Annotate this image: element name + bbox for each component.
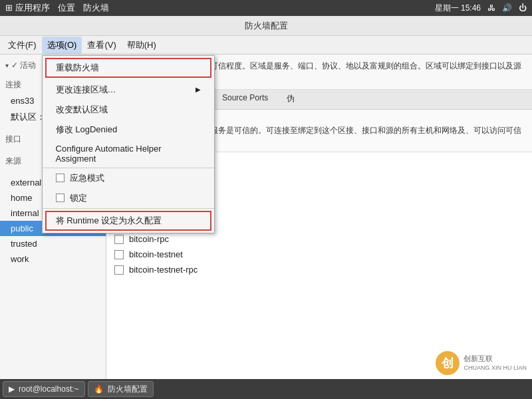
app-window: 防火墙配置 文件(F) 选项(O) 重载防火墙 更改连接区域… ▶ 改变默认区域… xyxy=(0,16,532,399)
menu-options[interactable]: 选项(O) 重载防火墙 更改连接区域… ▶ 改变默认区域 修改 LogDenie… xyxy=(42,37,82,54)
watermark-text: 创新互联 CHUANG XIN HU LIAN xyxy=(464,354,527,372)
service-checkbox[interactable] xyxy=(114,250,124,259)
menu-panic-mode[interactable]: 应急模式 xyxy=(43,168,214,188)
menu-reload-firewall[interactable]: 重载防火墙 xyxy=(45,58,211,78)
submenu-arrow: ▶ xyxy=(196,86,201,93)
menu-change-zone[interactable]: 更改连接区域… ▶ xyxy=(43,80,214,100)
tab-source-ports[interactable]: Source Ports xyxy=(213,90,277,109)
watermark-logo: 创 xyxy=(436,351,460,375)
service-bitcoin-testnet[interactable]: bitcoin-testnet xyxy=(106,247,532,262)
service-bitcoin-rpc[interactable]: bitcoin-rpc xyxy=(106,231,532,247)
volume-icon: 🔊 xyxy=(502,3,512,13)
taskbar-terminal[interactable]: ▶ root@localhost:~ xyxy=(3,381,85,397)
taskbar: ▶ root@localhost:~ 🔥 防火墙配置 xyxy=(0,379,532,399)
watermark: 创 创新互联 CHUANG XIN HU LIAN xyxy=(436,351,527,375)
menu-configure-helper[interactable]: Configure Automatic Helper Assigment xyxy=(43,140,214,168)
tab-masquerade[interactable]: 伪 xyxy=(277,90,304,109)
options-dropdown: 重载防火墙 更改连接区域… ▶ 改变默认区域 修改 LogDenied Conf… xyxy=(42,55,215,233)
location-menu[interactable]: 位置 xyxy=(58,2,75,14)
menu-lockdown[interactable]: 锁定 xyxy=(43,188,214,209)
menu-runtime-permanent[interactable]: 将 Runtime 设定为永久配置 xyxy=(45,211,211,231)
service-checkbox[interactable] xyxy=(114,235,124,244)
system-bar: ⊞ 应用程序 位置 防火墙 星期一 15:46 🖧 🔊 ⏻ xyxy=(0,0,532,16)
lockdown-checkbox[interactable] xyxy=(56,194,65,202)
chevron-down-icon: ▾ xyxy=(5,62,9,69)
power-icon[interactable]: ⏻ xyxy=(519,3,527,13)
menu-bar: 文件(F) 选项(O) 重载防火墙 更改连接区域… ▶ 改变默认区域 修改 Lo… xyxy=(0,36,532,55)
title-bar: 防火墙配置 xyxy=(0,16,532,36)
firewall-icon: 🔥 xyxy=(94,384,104,394)
terminal-icon: ▶ xyxy=(9,384,15,394)
taskbar-firewall[interactable]: 🔥 防火墙配置 xyxy=(88,381,154,397)
menu-modify-logdenied[interactable]: 修改 LogDenied xyxy=(43,120,214,140)
menu-help[interactable]: 帮助(H) xyxy=(122,37,162,54)
window-title: 防火墙配置 xyxy=(245,20,288,32)
menu-file[interactable]: 文件(F) xyxy=(3,37,42,54)
panic-mode-checkbox[interactable] xyxy=(56,174,65,182)
datetime: 星期一 15:46 xyxy=(435,3,481,14)
system-bar-left: ⊞ 应用程序 位置 防火墙 xyxy=(5,2,109,14)
menu-view[interactable]: 查看(V) xyxy=(82,37,121,54)
system-bar-right: 星期一 15:46 🖧 🔊 ⏻ xyxy=(435,3,527,14)
network-icon: 🖧 xyxy=(487,3,495,13)
sidebar-zone-work[interactable]: work xyxy=(0,251,106,267)
firewall-menu[interactable]: 防火墙 xyxy=(83,2,109,14)
menu-change-default[interactable]: 改变默认区域 xyxy=(43,100,214,120)
service-bitcoin-testnet-rpc[interactable]: bitcoin-testnet-rpc xyxy=(106,262,532,277)
sidebar-zone-trusted[interactable]: trusted xyxy=(0,236,106,251)
service-checkbox[interactable] xyxy=(114,265,124,275)
apps-menu[interactable]: ⊞ 应用程序 xyxy=(5,2,50,14)
